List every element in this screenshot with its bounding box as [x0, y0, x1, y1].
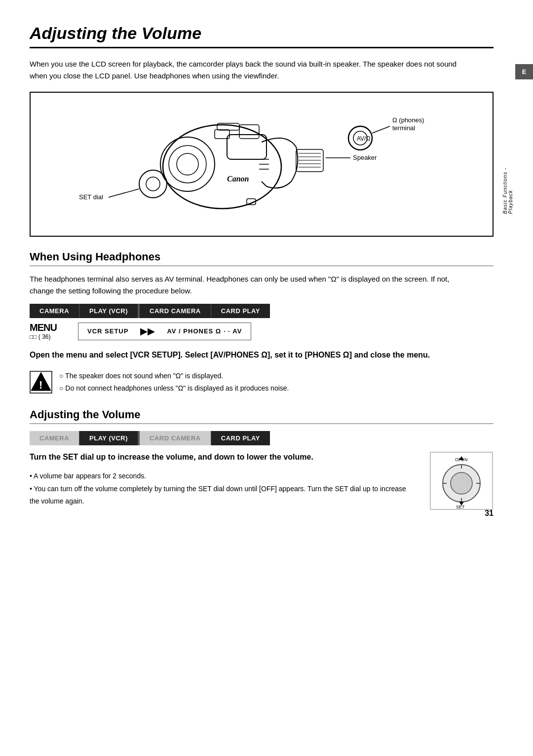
warning-text-block: ○ The speaker does not sound when "Ω" is… — [59, 370, 289, 395]
dial-svg: OPEN SET — [429, 451, 494, 510]
bullet-2: You can turn off the volume completely b… — [30, 483, 414, 507]
mode-bar-2: CAMERA PLAY (VCR) CARD CAMERA CARD PLAY — [30, 431, 494, 445]
menu-ref-num: ( 36) — [38, 333, 51, 340]
svg-text:Canon: Canon — [227, 175, 249, 183]
svg-line-15 — [372, 126, 390, 133]
menu-arrow-icon: ▶▶ — [140, 326, 155, 337]
set-dial-diagram: OPEN SET — [429, 451, 494, 512]
volume-content: Turn the SET dial up to increase the vol… — [30, 451, 494, 512]
volume-text-area: Turn the SET dial up to increase the vol… — [30, 451, 414, 507]
menu-label-main: MENU — [30, 322, 57, 333]
page-content: E Basic Functions - Playback Adjusting t… — [0, 0, 533, 536]
menu-label-block: MENU □□ ( 36) — [30, 322, 69, 340]
warning-icon: ! — [30, 371, 52, 394]
svg-point-0 — [163, 125, 281, 209]
svg-point-36 — [451, 472, 472, 494]
volume-section: Adjusting the Volume CAMERA PLAY (VCR) C… — [30, 408, 494, 512]
menu-vcr-setup: VCR SETUP — [87, 327, 128, 335]
camera-svg: Canon AV/Ω Ω (phones) terminal Sp — [69, 103, 454, 226]
intro-text: When you use the LCD screen for playback… — [30, 58, 474, 82]
sidebar-basic-functions: Basic Functions - — [502, 168, 508, 214]
mode-bar-1: CAMERA PLAY (VCR) CARD CAMERA CARD PLAY — [30, 304, 494, 318]
headphones-heading: When Using Headphones — [30, 251, 494, 266]
mode-camera-2: CAMERA — [30, 431, 79, 445]
mode-card-camera-2: CARD CAMERA — [140, 431, 211, 445]
svg-point-2 — [169, 145, 206, 183]
svg-text:AV/Ω: AV/Ω — [357, 135, 370, 142]
mode-card-play-2: CARD PLAY — [211, 431, 270, 445]
warning-box: ! ○ The speaker does not sound when "Ω" … — [30, 370, 464, 395]
sidebar-letter: E — [522, 68, 527, 75]
sidebar-e-tab: E — [515, 64, 533, 79]
bullet-1: A volume bar appears for 2 seconds. — [30, 470, 414, 482]
menu-av-phones: AV / PHONES Ω · · AV — [167, 327, 242, 335]
headphones-instruction: Open the menu and select [VCR SETUP]. Se… — [30, 349, 454, 361]
volume-bullets: A volume bar appears for 2 seconds. You … — [30, 470, 414, 507]
warning-line-2: ○ Do not connect headphones unless "Ω" i… — [59, 382, 289, 395]
svg-line-28 — [109, 189, 139, 197]
svg-text:!: ! — [39, 379, 42, 391]
svg-point-3 — [177, 153, 198, 175]
mode-play-vcr-2: PLAY (VCR) — [79, 431, 138, 445]
svg-point-26 — [139, 170, 167, 198]
camera-diagram-box: Canon AV/Ω Ω (phones) terminal Sp — [30, 92, 494, 237]
mode-card-camera-1: CARD CAMERA — [140, 304, 211, 318]
menu-label-ref: □□ ( 36) — [30, 333, 51, 340]
svg-text:terminal: terminal — [392, 124, 415, 132]
page-number: 31 — [485, 509, 494, 518]
menu-ref-icon: □□ — [30, 333, 37, 340]
headphones-text: The headphones terminal also serves as A… — [30, 273, 474, 297]
menu-content: VCR SETUP ▶▶ AV / PHONES Ω · · AV — [78, 323, 251, 340]
svg-text:Speaker: Speaker — [353, 154, 377, 161]
instruction-text: Open the menu and select [VCR SETUP]. Se… — [30, 351, 430, 359]
page-title: Adjusting the Volume — [30, 24, 494, 48]
sidebar-vertical-label: Basic Functions - Playback — [502, 168, 513, 214]
volume-instruction: Turn the SET dial up to increase the vol… — [30, 451, 414, 463]
svg-point-27 — [146, 177, 160, 191]
menu-row: MENU □□ ( 36) VCR SETUP ▶▶ AV / PHONES Ω… — [30, 322, 494, 340]
warning-line-1: ○ The speaker does not sound when "Ω" is… — [59, 370, 289, 382]
svg-text:Ω (phones): Ω (phones) — [392, 116, 424, 124]
mode-play-vcr-1: PLAY (VCR) — [79, 304, 138, 318]
sidebar-playback: Playback — [508, 190, 513, 214]
diagram-inner: Canon AV/Ω Ω (phones) terminal Sp — [69, 103, 454, 226]
mode-camera-1: CAMERA — [30, 304, 79, 318]
headphones-section: When Using Headphones The headphones ter… — [30, 251, 494, 395]
mode-card-play-1: CARD PLAY — [211, 304, 270, 318]
svg-text:SET dial: SET dial — [79, 193, 103, 201]
svg-text:SET: SET — [456, 504, 465, 509]
volume-heading: Adjusting the Volume — [30, 408, 494, 424]
